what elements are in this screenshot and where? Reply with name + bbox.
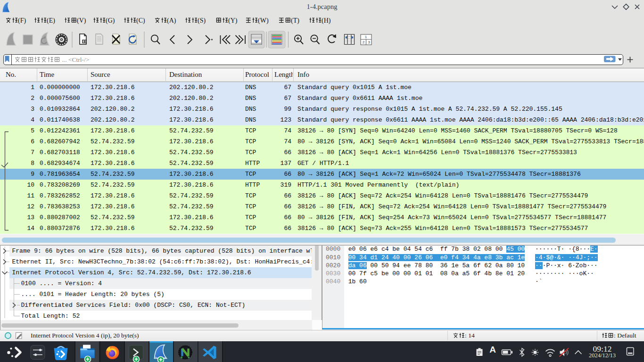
svg-text:2: 2 <box>363 40 364 44</box>
svg-text:1: 1 <box>365 35 367 39</box>
svg-text:3: 3 <box>368 40 370 44</box>
